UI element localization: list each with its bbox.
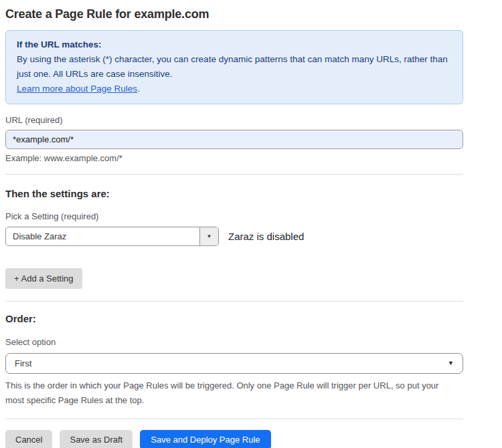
info-box-link-line: Learn more about Page Rules. [17, 82, 452, 96]
info-box-body: By using the asterisk (*) character, you… [17, 52, 452, 82]
settings-section-heading: Then the settings are: [5, 188, 463, 199]
chevron-down-icon: ▼ [207, 234, 212, 239]
url-example-text: Example: www.example.com/* [5, 153, 463, 163]
order-select[interactable]: First ▼ [5, 353, 463, 374]
divider [5, 419, 463, 419]
form-actions: Cancel Save as Draft Save and Deploy Pag… [5, 430, 463, 448]
page-rule-form: Create a Page Rule for example.com If th… [0, 0, 463, 448]
info-box-heading: If the URL matches: [17, 37, 452, 52]
setting-select-arrow-button[interactable]: ▼ [199, 227, 218, 245]
setting-select-value: Disable Zaraz [6, 227, 199, 245]
order-select-label: Select option [5, 337, 463, 347]
setting-row: Disable Zaraz ▼ Zaraz is disabled [5, 227, 463, 246]
order-help-text: This is the order in which your Page Rul… [5, 378, 459, 407]
divider [5, 174, 463, 175]
setting-status-text: Zaraz is disabled [228, 231, 304, 242]
save-as-draft-button[interactable]: Save as Draft [60, 430, 133, 448]
order-section-heading: Order: [5, 313, 463, 324]
url-input[interactable] [5, 130, 463, 149]
link-suffix: . [137, 84, 140, 94]
divider [5, 301, 463, 302]
cancel-button[interactable]: Cancel [5, 430, 52, 448]
page-title: Create a Page Rule for example.com [5, 7, 463, 21]
order-select-value: First [15, 358, 31, 368]
learn-more-link[interactable]: Learn more about Page Rules [17, 84, 137, 94]
add-setting-button[interactable]: + Add a Setting [5, 268, 82, 289]
save-and-deploy-button[interactable]: Save and Deploy Page Rule [140, 430, 270, 448]
url-match-info-box: If the URL matches: By using the asteris… [5, 30, 463, 104]
chevron-down-icon: ▼ [448, 360, 454, 366]
setting-select[interactable]: Disable Zaraz ▼ [5, 227, 219, 246]
url-field-label: URL (required) [5, 115, 463, 125]
pick-setting-label: Pick a Setting (required) [5, 211, 463, 221]
